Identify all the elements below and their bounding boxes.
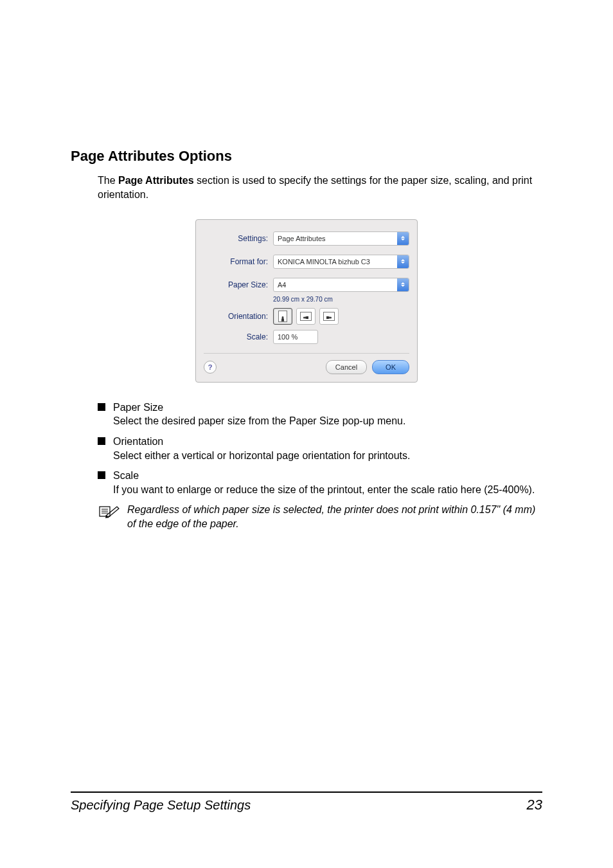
note-block: Regardless of which paper size is select…	[98, 503, 542, 530]
portrait-icon	[278, 311, 287, 322]
bullet-desc: Select the desired paper size from the P…	[113, 415, 405, 426]
settings-select[interactable]: Page Attributes	[273, 231, 409, 246]
landscape-left-icon	[300, 312, 312, 321]
paper-size-select[interactable]: A4	[273, 278, 409, 292]
orientation-portrait-button[interactable]	[273, 308, 292, 325]
bullet-title: Paper Size	[113, 401, 405, 415]
list-item: Orientation Select either a vertical or …	[98, 435, 542, 462]
help-button[interactable]: ?	[204, 361, 217, 374]
cancel-button[interactable]: Cancel	[326, 360, 367, 374]
orientation-label: Orientation:	[204, 312, 273, 321]
orientation-landscape-left-button[interactable]	[296, 308, 315, 325]
square-bullet-icon	[98, 403, 105, 411]
paper-size-label: Paper Size:	[204, 280, 273, 289]
scale-input[interactable]: 100 %	[273, 330, 318, 344]
section-heading: Page Attributes Options	[71, 148, 542, 165]
list-item: Paper Size Select the desired paper size…	[98, 401, 542, 428]
orientation-landscape-right-button[interactable]	[319, 308, 339, 325]
footer-page-number: 23	[527, 797, 542, 813]
format-for-value: KONICA MINOLTA bizhub C3	[274, 258, 397, 266]
page-setup-dialog: Settings: Page Attributes Format for: KO…	[195, 219, 418, 383]
bullet-desc: If you want to enlarge or reduce the siz…	[113, 484, 535, 495]
format-for-select[interactable]: KONICA MINOLTA bizhub C3	[273, 255, 409, 269]
page-footer: Specifying Page Setup Settings 23	[71, 791, 542, 813]
format-for-label: Format for:	[204, 257, 273, 266]
dropdown-arrows-icon	[397, 255, 409, 268]
paper-dimensions: 20.99 cm x 29.70 cm	[273, 296, 409, 303]
dropdown-arrows-icon	[397, 278, 409, 291]
bullet-title: Scale	[113, 469, 535, 483]
scale-label: Scale:	[204, 332, 273, 341]
intro-bold: Page Attributes	[118, 175, 194, 186]
settings-value: Page Attributes	[274, 235, 397, 242]
options-list: Paper Size Select the desired paper size…	[98, 401, 542, 497]
ok-button[interactable]: OK	[372, 360, 409, 374]
bullet-title: Orientation	[113, 435, 410, 449]
landscape-right-icon	[323, 312, 335, 321]
footer-title: Specifying Page Setup Settings	[71, 798, 251, 813]
settings-label: Settings:	[204, 234, 273, 243]
square-bullet-icon	[98, 437, 105, 445]
note-pencil-icon	[98, 504, 120, 530]
bullet-desc: Select either a vertical or horizontal p…	[113, 450, 410, 461]
paper-size-value: A4	[274, 281, 397, 289]
intro-prefix: The	[98, 175, 118, 186]
note-text: Regardless of which paper size is select…	[127, 503, 542, 530]
intro-paragraph: The Page Attributes section is used to s…	[98, 174, 542, 203]
dropdown-arrows-icon	[397, 232, 409, 245]
square-bullet-icon	[98, 471, 105, 479]
list-item: Scale If you want to enlarge or reduce t…	[98, 469, 542, 496]
